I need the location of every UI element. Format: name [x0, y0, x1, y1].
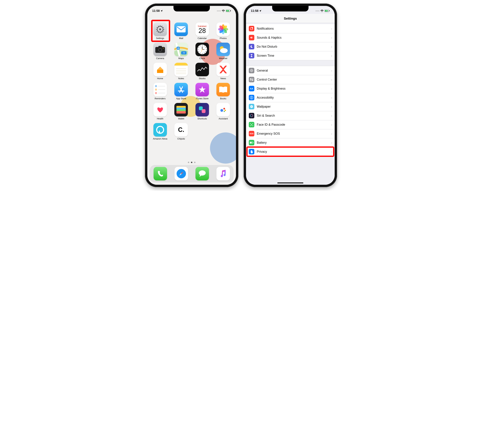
app-maps[interactable]: 280 Maps — [171, 43, 191, 60]
settings-row-control-center[interactable]: Control Center › — [246, 75, 335, 84]
settings-row-general[interactable]: General › — [246, 66, 335, 75]
settings-body: Settings Notifications › Sounds & Haptic… — [246, 6, 335, 185]
battery-charging-icon — [325, 10, 330, 12]
app-icon[interactable] — [153, 123, 167, 136]
settings-row-notifications[interactable]: Notifications › — [246, 24, 335, 33]
settings-row-siri-search[interactable]: Siri & Search › — [246, 111, 335, 120]
app-icon[interactable]: C. — [174, 123, 188, 136]
app-icon[interactable] — [195, 43, 209, 56]
app-news[interactable]: News — [214, 63, 233, 80]
row-label: Control Center — [257, 78, 331, 81]
svg-rect-12 — [158, 32, 159, 33]
chevron-right-icon: › — [331, 36, 332, 40]
app-label: iTunes Store — [196, 97, 209, 100]
app-settings[interactable]: Settings — [150, 23, 170, 40]
settings-row-display-brightness[interactable]: AA Display & Brightness › — [246, 84, 335, 93]
app-camera[interactable]: Camera — [150, 43, 170, 60]
dock-app-music[interactable] — [216, 167, 230, 180]
app-label: Calendar — [198, 37, 207, 40]
app-icon[interactable]: Tuesday28 — [195, 23, 209, 36]
svg-rect-102 — [253, 142, 253, 143]
app-label: Mail — [179, 37, 183, 40]
app-icon[interactable] — [195, 63, 209, 76]
phone-home: 11:58 Settings Mail Tuesday28 Calendar P… — [145, 3, 238, 187]
app-icon[interactable] — [216, 63, 230, 76]
app-mail[interactable]: Mail — [171, 23, 191, 40]
app-clock[interactable]: Clock — [193, 43, 212, 60]
dock-app-phone[interactable] — [154, 167, 167, 180]
app-icon[interactable] — [153, 23, 167, 36]
app-label: Settings — [156, 37, 164, 40]
chevron-right-icon: › — [331, 45, 332, 49]
settings-list[interactable]: Notifications › Sounds & Haptics › Do No… — [246, 24, 335, 156]
app-label: Amazon Alexa — [153, 137, 167, 140]
app-icon[interactable]: 280 — [174, 43, 188, 56]
dock-app-messages[interactable] — [195, 167, 209, 180]
svg-point-74 — [252, 27, 253, 28]
app-icon[interactable] — [174, 83, 188, 96]
app-shortcuts[interactable]: Shortcuts — [193, 103, 212, 120]
app-icon[interactable] — [174, 63, 188, 76]
app-icon[interactable] — [195, 103, 209, 116]
svg-point-52 — [220, 48, 228, 53]
app-photos[interactable]: Photos — [214, 23, 233, 40]
chevron-right-icon: › — [331, 87, 332, 91]
notch — [272, 6, 309, 11]
app-weather[interactable]: Weather — [214, 43, 233, 60]
app-icon[interactable] — [216, 23, 230, 36]
apps-grid: Settings Mail Tuesday28 Calendar Photos … — [147, 20, 236, 140]
app-itunes-store[interactable]: iTunes Store — [193, 83, 212, 100]
svg-rect-71 — [329, 10, 330, 11]
app-notes[interactable]: Notes — [171, 63, 191, 80]
app-books[interactable]: Books — [214, 83, 233, 100]
app-icon[interactable] — [174, 103, 188, 116]
svg-rect-10 — [161, 32, 162, 33]
settings-row-wallpaper[interactable]: Wallpaper › — [246, 102, 335, 111]
svg-rect-17 — [177, 26, 186, 32]
home-indicator[interactable] — [277, 183, 303, 183]
chevron-right-icon: › — [331, 141, 332, 145]
svg-rect-61 — [202, 109, 205, 113]
app-amazon-alexa[interactable]: Amazon Alexa — [150, 123, 170, 140]
app-icon[interactable] — [153, 83, 167, 96]
page-indicator[interactable] — [147, 162, 236, 163]
notch — [173, 6, 210, 11]
app-icon[interactable] — [216, 43, 230, 56]
app-app-store[interactable]: App Store — [171, 83, 191, 100]
app-icon[interactable] — [153, 43, 167, 56]
app-chipolo[interactable]: C. Chipolo — [171, 123, 191, 140]
app-wallet[interactable]: Wallet — [171, 103, 191, 120]
app-icon[interactable] — [153, 103, 167, 116]
app-label: Weather — [219, 57, 227, 60]
app-reminders[interactable]: Reminders — [150, 83, 170, 100]
settings-row-battery[interactable]: Battery › — [246, 138, 335, 147]
app-icon[interactable] — [153, 63, 167, 76]
app-stocks[interactable]: Stocks — [193, 63, 212, 80]
settings-row-privacy[interactable]: Privacy › — [246, 147, 335, 156]
app-calendar[interactable]: Tuesday28 Calendar — [193, 23, 212, 40]
app-icon[interactable] — [195, 83, 209, 96]
dock-app-safari[interactable] — [175, 167, 188, 180]
settings-row-face-id-passcode[interactable]: Face ID & Passcode › — [246, 120, 335, 129]
app-icon[interactable] — [174, 23, 188, 36]
wifi-icon — [320, 10, 324, 12]
app-health[interactable]: Health — [150, 103, 170, 120]
row-label: Display & Brightness — [257, 87, 331, 90]
settings-row-screen-time[interactable]: Screen Time › — [246, 51, 335, 60]
chevron-right-icon: › — [331, 78, 332, 82]
row-label: Emergency SOS — [257, 132, 331, 136]
app-label: Home — [157, 77, 163, 80]
svg-point-50 — [202, 49, 202, 50]
app-assistant[interactable]: Assistant — [214, 103, 233, 120]
settings-row-do-not-disturb[interactable]: Do Not Disturb › — [246, 42, 335, 51]
svg-rect-13 — [156, 30, 158, 32]
app-icon[interactable] — [216, 83, 230, 96]
svg-rect-16 — [158, 26, 159, 27]
app-home[interactable]: Home — [150, 63, 170, 80]
signal-dots — [217, 11, 221, 11]
settings-row-sounds-haptics[interactable]: Sounds & Haptics › — [246, 33, 335, 42]
settings-row-emergency-sos[interactable]: SOS Emergency SOS › — [246, 129, 335, 138]
settings-row-accessibility[interactable]: Accessibility › — [246, 93, 335, 102]
svg-rect-103 — [250, 142, 252, 143]
app-icon[interactable] — [216, 103, 230, 116]
